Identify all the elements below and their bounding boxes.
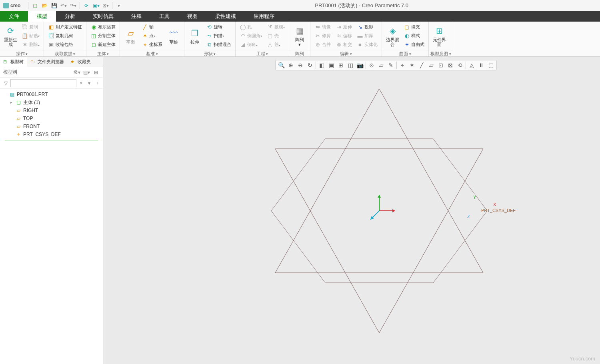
chamfer-button[interactable]: ◢倒角 [238, 40, 263, 49]
search-dropdown-button[interactable]: ▾ [86, 80, 92, 86]
tree-title: 模型树 [3, 69, 73, 76]
csys-button[interactable]: ⌖坐标系 [140, 40, 164, 49]
group-label-body[interactable]: 主体 [97, 51, 109, 56]
project-button[interactable]: ↘投影 [356, 22, 379, 31]
fill-button[interactable]: ▢填充 [402, 22, 426, 31]
boundary-blend-button[interactable]: ◈ 边界混合 [384, 22, 401, 49]
shrinkwrap-button[interactable]: ▣收缩包络 [47, 40, 83, 49]
udf-button[interactable]: ◧用户定义特征 [47, 22, 83, 31]
paste-button[interactable]: 📋粘贴 [20, 31, 41, 40]
sidebar-tab-favorites[interactable]: ★收藏夹 [67, 57, 94, 67]
hole-button[interactable]: ◯孔 [238, 22, 263, 31]
axis-button[interactable]: ╱轴 [140, 22, 164, 31]
redo-button[interactable]: ↷▾ [69, 1, 78, 10]
copy-button[interactable]: ⿻复制 [20, 22, 41, 31]
regenerate-icon: ⟳ [5, 25, 16, 36]
freestyle-button[interactable]: ✦自由式 [402, 40, 426, 49]
tree-item-prt0001-prt[interactable]: ▧PRT0001.PRT [0, 90, 103, 98]
merge-button[interactable]: ⊕合并 [313, 40, 332, 49]
tree-item-label: TOP [23, 116, 33, 121]
thicken-icon: ▬ [357, 32, 363, 39]
sweepblend-button[interactable]: ⧉扫描混合 [205, 40, 232, 49]
tree-item-prt-csys-def[interactable]: ⌖PRT_CSYS_DEF [0, 130, 103, 138]
extend-button[interactable]: ⇥延伸 [334, 22, 353, 31]
merge-icon: ⊕ [314, 42, 321, 48]
sidebar: ⊟模型树 🗀文件夹浏览器 ★收藏夹 模型树 🛠▾ ▤▾ ⊞ ▽ × ▾ + ▧P… [0, 57, 103, 364]
extend-icon: ⇥ [336, 24, 342, 30]
tree-settings-button[interactable]: 🛠▾ [73, 69, 80, 76]
component-interface-button[interactable]: ⊞ 元件界面 [430, 22, 448, 49]
qat-customize-button[interactable]: ▾ [114, 1, 123, 10]
solidify-button[interactable]: ■实体化 [356, 40, 379, 49]
intersect-button[interactable]: ⊗相交 [334, 40, 353, 49]
group-label-surface[interactable]: 曲面 [399, 51, 411, 56]
group-label-edit[interactable]: 编辑 [340, 51, 352, 56]
ci-icon: ⊞ [434, 25, 445, 36]
tab-file[interactable]: 文件 [0, 11, 28, 22]
tree-item-front[interactable]: ▱FRONT [0, 122, 103, 130]
group-label-intent[interactable]: 模型意图 [430, 51, 451, 56]
trim-button[interactable]: ✂修剪 [313, 31, 332, 40]
rib-button[interactable]: △筋 [266, 40, 286, 49]
sketch-button[interactable]: 〰 草绘 [165, 22, 182, 49]
thicken-button[interactable]: ▬加厚 [356, 31, 379, 40]
style-button[interactable]: ◐样式 [402, 31, 426, 40]
sidebar-tab-folders[interactable]: 🗀文件夹浏览器 [27, 57, 67, 67]
save-button[interactable]: 💾 [50, 1, 58, 10]
group-label-shape[interactable]: 形状 [204, 51, 216, 56]
delete-button[interactable]: ✕删除 [20, 40, 41, 49]
group-label-engineering[interactable]: 工程 [256, 51, 268, 56]
shell-button[interactable]: ▢壳 [266, 31, 286, 40]
pattern-icon: ▦ [294, 25, 305, 36]
tree-item-right[interactable]: ▱RIGHT [0, 106, 103, 114]
plane-button[interactable]: ▱ 平面 [122, 22, 139, 49]
regenerate-button[interactable]: ⟳ [82, 1, 91, 10]
sweep-button[interactable]: ⤳扫描 [205, 31, 232, 40]
sweepblend-icon: ⧉ [206, 42, 212, 48]
windows-button[interactable]: ▣▾ [92, 1, 100, 10]
search-add-button[interactable]: + [94, 80, 100, 86]
open-button[interactable]: 📂 [40, 1, 49, 10]
round-button[interactable]: ◠倒圆角 [238, 31, 263, 40]
group-label-operations[interactable]: 操作 [16, 51, 28, 56]
point-button[interactable]: ✶点 [140, 31, 164, 40]
new-body-button[interactable]: ◻新建主体 [89, 40, 117, 49]
intersect-icon: ⊗ [336, 42, 342, 48]
close-window-button[interactable]: ⊠▾ [101, 1, 110, 10]
revolve-button[interactable]: ⟲旋转 [205, 22, 232, 31]
tab-simulate[interactable]: 实时仿真 [84, 11, 122, 22]
copygeom-icon: ⿴ [48, 32, 54, 39]
tree-item-label: RIGHT [23, 108, 38, 113]
filter-icon[interactable]: ▽ [2, 80, 9, 86]
pattern-button[interactable]: ▦ 阵列▾ [291, 22, 308, 49]
tree-search-input[interactable] [10, 79, 76, 87]
tree-show-button[interactable]: ▤▾ [83, 69, 90, 76]
undo-button[interactable]: ↶▾ [59, 1, 68, 10]
mirror-button[interactable]: ⇋镜像 [313, 22, 332, 31]
tree-filter-button[interactable]: ⊞ [92, 69, 100, 76]
tab-annotate[interactable]: 注释 [122, 11, 150, 22]
tab-view[interactable]: 视图 [178, 11, 206, 22]
group-label-getdata[interactable]: 获取数据 [55, 51, 76, 56]
boolean-button[interactable]: ◉布尔运算 [89, 22, 117, 31]
tree-item-top[interactable]: ▱TOP [0, 114, 103, 122]
tree-item--1-[interactable]: ▸▢主体 (1) [0, 98, 103, 106]
tab-analysis[interactable]: 分析 [56, 11, 84, 22]
tab-tools[interactable]: 工具 [150, 11, 178, 22]
search-clear-button[interactable]: × [78, 80, 84, 86]
tab-model[interactable]: 模型 [28, 11, 56, 22]
draft-button[interactable]: ⧩拔模 [266, 22, 286, 31]
chamfer-icon: ◢ [240, 42, 246, 48]
graphics-canvas[interactable]: 🔍 ⊕ ⊖ ↻ ◧ ▣ ⊞ ◫ 📷 ⊙ ▱ ✎ ⌖ ✶ ╱ ▱ ⊡ ⊠ ⟲ ◬ … [103, 57, 600, 364]
offset-button[interactable]: ≋偏移 [334, 31, 353, 40]
regenerate-big-button[interactable]: ⟳ 重新生成 [2, 22, 19, 49]
tab-flex[interactable]: 柔性建模 [206, 11, 245, 22]
new-button[interactable]: ▢ [30, 1, 39, 10]
tab-apps[interactable]: 应用程序 [245, 11, 283, 22]
copygeom-button[interactable]: ⿴复制几何 [47, 31, 83, 40]
model-tree: ▧PRT0001.PRT▸▢主体 (1)▱RIGHT▱TOP▱FRONT⌖PRT… [0, 89, 103, 144]
split-body-button[interactable]: ◫分割主体 [89, 31, 117, 40]
sidebar-tab-modeltree[interactable]: ⊟模型树 [0, 57, 27, 67]
extrude-button[interactable]: ❒ 拉伸 [186, 22, 204, 49]
group-label-datum[interactable]: 基准 [146, 51, 158, 56]
